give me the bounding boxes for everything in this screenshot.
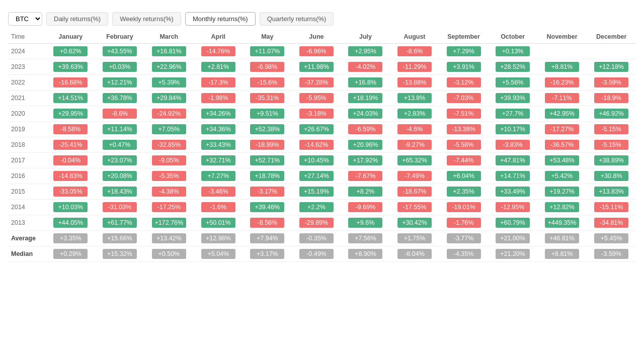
table-cell: +7.29% [439, 44, 489, 59]
table-cell: -17.25% [144, 200, 194, 215]
table-cell: -1.98% [194, 90, 243, 106]
table-cell: +50.01% [194, 215, 243, 231]
table-cell: +20.08% [95, 168, 144, 184]
tab-monthly[interactable]: Monthly returns(%) [185, 12, 256, 26]
median-cell: +15.32% [95, 246, 144, 262]
table-cell: +18.19% [341, 90, 390, 106]
median-cell: +8.90% [341, 246, 390, 262]
asset-selector[interactable]: BTC [8, 12, 42, 26]
table-cell: -37.28% [292, 75, 341, 90]
table-cell: +26.67% [292, 122, 341, 137]
table-cell: +52.38% [243, 122, 292, 137]
table-cell: -7.49% [390, 168, 439, 184]
table-cell: +10.03% [46, 200, 96, 215]
table-cell: -3.17% [243, 184, 292, 200]
median-cell: +3.17% [243, 246, 292, 262]
table-cell: -6.59% [341, 122, 390, 137]
table-cell: -11.29% [390, 59, 439, 75]
tab-quarterly[interactable]: Quarterly returns(%) [260, 12, 334, 26]
year-cell: 2023 [8, 59, 46, 75]
table-cell: +18.78% [243, 168, 292, 184]
year-cell: 2013 [8, 215, 46, 231]
table-cell: +34.36% [194, 122, 243, 137]
table-cell: +0.13% [488, 44, 537, 59]
median-cell: +0.29% [46, 246, 96, 262]
table-cell: -1.76% [439, 215, 489, 231]
table-cell: -4.6% [390, 122, 439, 137]
table-cell: -15.6% [243, 75, 292, 90]
table-cell: -31.03% [95, 200, 144, 215]
table-cell: +28.52% [488, 59, 537, 75]
table-row: 2022-16.68%+12.21%+5.39%-17.3%-15.6%-37.… [8, 75, 636, 90]
table-row: 2016-14.83%+20.08%-5.35%+7.27%+18.78%+27… [8, 168, 636, 184]
table-cell: -5.35% [144, 168, 194, 184]
table-cell: +15.19% [292, 184, 341, 200]
table-cell: -4.38% [144, 184, 194, 200]
average-cell: +13.42% [144, 231, 194, 246]
table-cell: +33.49% [488, 184, 537, 200]
table-row: 2019-8.58%+11.14%+7.05%+34.36%+52.38%+26… [8, 122, 636, 137]
table-cell: -17.27% [537, 122, 587, 137]
col-header-march: March [144, 31, 194, 44]
table-cell: -18.99% [243, 137, 292, 153]
table-cell: +5.39% [144, 75, 194, 90]
average-cell: +7.94% [243, 231, 292, 246]
table-cell: -14.76% [194, 44, 243, 59]
table-cell: +17.92% [341, 153, 390, 168]
table-cell: -25.41% [46, 137, 96, 153]
table-cell: +30.8% [587, 168, 636, 184]
average-cell: +21.00% [488, 231, 537, 246]
table-cell: -14.62% [292, 137, 341, 153]
table-cell: -5.95% [292, 90, 341, 106]
average-cell: +46.81% [537, 231, 587, 246]
table-cell: +3.91% [439, 59, 489, 75]
table-cell: -8.58% [46, 122, 96, 137]
table-cell: +32.71% [194, 153, 243, 168]
table-cell: +24.03% [341, 106, 390, 122]
returns-table: TimeJanuaryFebruaryMarchAprilMayJuneJuly… [8, 31, 636, 262]
tab-weekly[interactable]: Weekly returns(%) [112, 12, 181, 26]
table-cell: +14.71% [488, 168, 537, 184]
table-cell: +13.8% [390, 90, 439, 106]
table-cell: -13.38% [439, 122, 489, 137]
table-cell: +8.2% [341, 184, 390, 200]
tab-daily[interactable]: Daily returns(%) [46, 12, 108, 26]
average-cell: -3.77% [439, 231, 489, 246]
table-row: 2018-25.41%+0.47%-32.85%+33.43%-18.99%-1… [8, 137, 636, 153]
table-cell: -17.3% [194, 75, 243, 90]
table-cell: +2.81% [194, 59, 243, 75]
table-cell: -18.9% [587, 90, 636, 106]
table-row: 2024+0.62%+43.55%+16.81%-14.76%+11.07%-6… [8, 44, 636, 59]
table-cell: +12.18% [587, 59, 636, 75]
table-cell: -9.05% [144, 153, 194, 168]
table-cell: -0.04% [46, 153, 96, 168]
table-cell: +16.8% [341, 75, 390, 90]
average-cell: +12.98% [194, 231, 243, 246]
table-cell: -7.11% [537, 90, 587, 106]
table-cell: -7.51% [439, 106, 489, 122]
table-cell: -7.67% [341, 168, 390, 184]
average-row: Average+3.35%+15.66%+13.42%+12.98%+7.94%… [8, 231, 636, 246]
average-cell: +15.66% [95, 231, 144, 246]
col-header-time: Time [8, 31, 46, 44]
table-cell: +33.43% [194, 137, 243, 153]
table-cell: +65.32% [390, 153, 439, 168]
table-row: 2014+10.03%-31.03%-17.25%-1.6%+39.46%+2.… [8, 200, 636, 215]
table-cell: +172.76% [144, 215, 194, 231]
col-header-august: August [390, 31, 439, 44]
year-cell: 2020 [8, 106, 46, 122]
median-cell: -0.49% [292, 246, 341, 262]
table-cell: -12.95% [488, 200, 537, 215]
table-cell: -7.44% [439, 153, 489, 168]
table-cell: -5.15% [587, 137, 636, 153]
table-cell [587, 44, 636, 59]
table-cell: -18.67% [390, 184, 439, 200]
median-label: Median [8, 246, 46, 262]
col-header-april: April [194, 31, 243, 44]
table-cell: +9.6% [341, 215, 390, 231]
table-row: 2021+14.51%+36.78%+29.84%-1.98%-35.31%-5… [8, 90, 636, 106]
table-cell: +43.55% [95, 44, 144, 59]
table-row: 2015-33.05%+18.43%-4.38%-3.46%-3.17%+15.… [8, 184, 636, 200]
table-cell: -35.31% [243, 90, 292, 106]
table-cell [537, 44, 587, 59]
